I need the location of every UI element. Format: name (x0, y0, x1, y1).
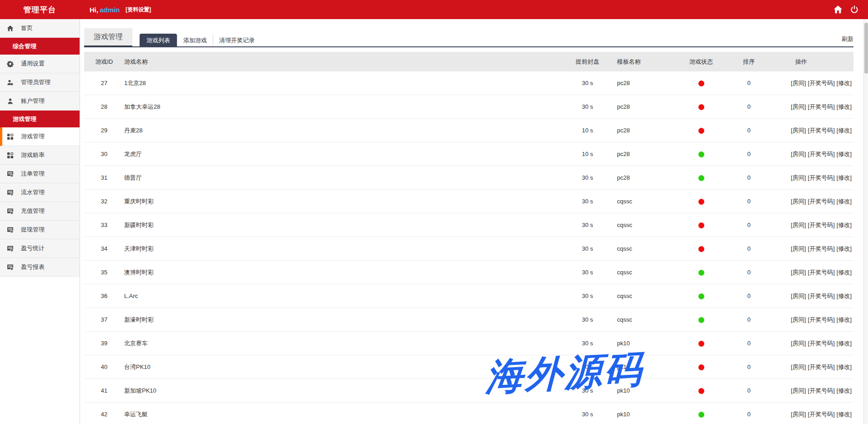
cell-sort-order: 0 (731, 198, 767, 205)
draw-number-link[interactable]: [开奖号码] (808, 269, 835, 276)
sidebar-item-icon (7, 133, 14, 140)
table-row: 37 新濠时时彩 30 s cqssc 0 [房间][开奖号码][修改] (84, 308, 853, 332)
edit-link[interactable]: [修改] (837, 387, 852, 394)
edit-link[interactable]: [修改] (837, 411, 852, 418)
cell-sort-order: 0 (731, 174, 767, 181)
table-row: 34 天津时时彩 30 s cqssc 0 [房间][开奖号码][修改] (84, 237, 853, 261)
cell-game-id: 31 (84, 174, 124, 181)
room-link[interactable]: [房间] (791, 387, 806, 394)
logout-power-icon[interactable] (850, 5, 859, 14)
draw-number-link[interactable]: [开奖号码] (808, 151, 835, 157)
cell-close-ahead: 30 s (558, 222, 617, 228)
draw-number-link[interactable]: [开奖号码] (808, 293, 835, 299)
room-link[interactable]: [房间] (791, 198, 806, 205)
room-link[interactable]: [房间] (791, 80, 806, 86)
room-link[interactable]: [房间] (791, 127, 806, 134)
sidebar-item[interactable]: 游戏管理 (0, 111, 80, 127)
edit-link[interactable]: [修改] (837, 103, 852, 110)
edit-link[interactable]: [修改] (837, 293, 852, 299)
room-link[interactable]: [房间] (791, 151, 806, 157)
edit-link[interactable]: [修改] (837, 340, 852, 347)
status-dot (698, 270, 704, 276)
room-link[interactable]: [房间] (791, 340, 806, 347)
room-link[interactable]: [房间] (791, 363, 806, 370)
draw-number-link[interactable]: [开奖号码] (808, 340, 835, 347)
sidebar-item[interactable]: 流水管理 (0, 183, 80, 202)
sidebar-item-label: 通用设置 (21, 60, 45, 68)
cell-sort-order: 0 (731, 340, 767, 347)
edit-link[interactable]: [修改] (837, 363, 852, 370)
room-link[interactable]: [房间] (791, 411, 806, 418)
edit-link[interactable]: [修改] (837, 269, 852, 276)
draw-number-link[interactable]: [开奖号码] (808, 316, 835, 323)
room-link[interactable]: [房间] (791, 174, 806, 181)
cell-game-status (672, 269, 731, 276)
draw-number-link[interactable]: [开奖号码] (808, 387, 835, 394)
cell-game-status (672, 103, 731, 110)
draw-number-link[interactable]: [开奖号码] (808, 174, 835, 181)
room-link[interactable]: [房间] (791, 245, 806, 252)
tab-strip: 游戏管理 游戏列表 添加游戏 清理开奖记录 刷新 (84, 27, 853, 47)
cell-game-status (672, 127, 731, 134)
sidebar-item[interactable]: 充值管理 (0, 202, 80, 221)
cell-operations: [房间][开奖号码][修改] (767, 103, 853, 111)
cell-template-name: pc28 (617, 151, 672, 157)
draw-number-link[interactable]: [开奖号码] (808, 245, 835, 252)
edit-link[interactable]: [修改] (837, 198, 852, 205)
page-scrollbar[interactable] (863, 19, 868, 424)
sub-tab[interactable]: 游戏列表 (140, 34, 177, 47)
cell-template-name: cqssc (617, 293, 672, 299)
scrollbar-thumb[interactable] (864, 23, 868, 74)
sidebar-item[interactable]: 游戏管理 (0, 127, 80, 146)
edit-link[interactable]: [修改] (837, 151, 852, 157)
draw-number-link[interactable]: [开奖号码] (808, 127, 835, 134)
sidebar-item[interactable]: 管理员管理 (0, 73, 80, 92)
sub-tab[interactable]: 添加游戏 (177, 35, 213, 46)
cell-operations: [房间][开奖号码][修改] (767, 339, 853, 348)
edit-link[interactable]: [修改] (837, 245, 852, 252)
edit-link[interactable]: [修改] (837, 174, 852, 181)
edit-link[interactable]: [修改] (837, 316, 852, 323)
sidebar-item[interactable]: 通用设置 (0, 55, 80, 73)
cell-game-name: 加拿大幸运28 (124, 103, 558, 111)
cell-game-name: 台湾PK10 (124, 363, 558, 371)
room-link[interactable]: [房间] (791, 103, 806, 110)
home-icon[interactable] (833, 5, 843, 14)
cell-game-id: 30 (84, 151, 124, 157)
status-dot (698, 293, 704, 299)
sidebar-item[interactable]: 游戏赔率 (0, 146, 80, 165)
draw-number-link[interactable]: [开奖号码] (808, 411, 835, 418)
sidebar-item-label: 注单管理 (21, 170, 45, 178)
cell-operations: [房间][开奖号码][修改] (767, 387, 853, 395)
sidebar-item[interactable]: 盈亏统计 (0, 239, 80, 258)
cell-operations: [房间][开奖号码][修改] (767, 126, 853, 135)
room-link[interactable]: [房间] (791, 222, 806, 228)
room-link[interactable]: [房间] (791, 269, 806, 276)
room-link[interactable]: [房间] (791, 316, 806, 323)
main-content: 游戏管理 游戏列表 添加游戏 清理开奖记录 刷新 游戏ID 游戏名称 提前封盘 … (80, 19, 868, 424)
cell-close-ahead: 10 s (558, 151, 617, 157)
draw-number-link[interactable]: [开奖号码] (808, 222, 835, 228)
sidebar-item[interactable]: 注单管理 (0, 165, 80, 183)
sidebar-item[interactable]: 首页 (0, 19, 80, 38)
sidebar-item[interactable]: 综合管理 (0, 38, 80, 55)
refresh-button[interactable]: 刷新 (842, 35, 853, 43)
tab-game-management[interactable]: 游戏管理 (84, 28, 132, 47)
edit-link[interactable]: [修改] (837, 222, 852, 228)
cell-operations: [房间][开奖号码][修改] (767, 197, 853, 206)
sidebar-item[interactable]: 盈亏报表 (0, 258, 80, 277)
profile-settings-link[interactable]: [资料设置] (125, 6, 151, 14)
sidebar-item[interactable]: 账户管理 (0, 92, 80, 111)
sidebar-item-icon (7, 98, 14, 105)
table-header-cell: 提前封盘 (558, 58, 617, 66)
sub-tab[interactable]: 清理开奖记录 (213, 35, 261, 46)
sidebar-item[interactable]: 提现管理 (0, 221, 80, 239)
sidebar-item-icon (7, 25, 14, 32)
draw-number-link[interactable]: [开奖号码] (808, 80, 835, 86)
draw-number-link[interactable]: [开奖号码] (808, 198, 835, 205)
room-link[interactable]: [房间] (791, 293, 806, 299)
edit-link[interactable]: [修改] (837, 127, 852, 134)
edit-link[interactable]: [修改] (837, 80, 852, 86)
draw-number-link[interactable]: [开奖号码] (808, 103, 835, 110)
draw-number-link[interactable]: [开奖号码] (808, 363, 835, 370)
